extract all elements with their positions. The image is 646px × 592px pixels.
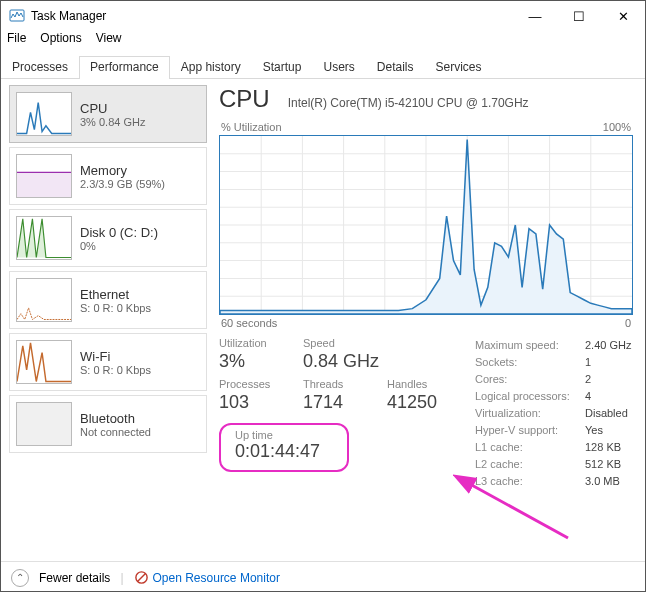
handles-value: 41250 [387,392,449,413]
processes-value: 103 [219,392,281,413]
app-icon [9,8,25,24]
cpu-thumb [16,92,72,136]
maximize-button[interactable]: ☐ [557,2,601,30]
sidebar-item-disk0[interactable]: Disk 0 (C: D:)0% [9,209,207,267]
tab-startup[interactable]: Startup [252,56,313,79]
menu-file[interactable]: File [7,31,26,51]
bluetooth-thumb [16,402,72,446]
sidebar-item-sub: 3% 0.84 GHz [80,116,145,128]
tab-apphistory[interactable]: App history [170,56,252,79]
svg-line-21 [468,483,568,538]
tab-processes[interactable]: Processes [1,56,79,79]
disk-thumb [16,216,72,260]
speed-label: Speed [303,337,379,349]
menubar: File Options View [1,31,645,51]
window-title: Task Manager [31,9,513,23]
sidebar-item-sub: Not connected [80,426,151,438]
tabbar: Processes Performance App history Startu… [1,55,645,79]
chart-top-left-label: % Utilization [221,121,282,133]
sidebar-item-label: Memory [80,163,165,178]
sidebar-item-ethernet[interactable]: EthernetS: 0 R: 0 Kbps [9,271,207,329]
stats-right: Maximum speed:2.40 GHz Sockets:1 Cores:2… [475,337,631,490]
processes-label: Processes [219,378,281,390]
hyperv-label: Hyper-V support: [475,422,585,439]
speed-value: 0.84 GHz [303,351,379,372]
tab-performance[interactable]: Performance [79,56,170,79]
l1-value: 128 KB [585,439,621,456]
l2-label: L2 cache: [475,456,585,473]
wifi-thumb [16,340,72,384]
sidebar-item-sub: 0% [80,240,158,252]
tab-details[interactable]: Details [366,56,425,79]
threads-label: Threads [303,378,365,390]
svg-rect-1 [17,172,71,197]
svg-line-23 [137,574,145,582]
separator: | [120,571,123,585]
uptime-highlight: Up time 0:01:44:47 [219,423,349,472]
lproc-label: Logical processors: [475,388,585,405]
resource-monitor-icon [134,570,149,585]
ethernet-thumb [16,278,72,322]
sidebar-item-sub: S: 0 R: 0 Kbps [80,302,151,314]
menu-options[interactable]: Options [40,31,81,51]
chart-bottom-right-label: 0 [625,317,631,329]
resource-monitor-label: Open Resource Monitor [153,571,280,585]
maxspeed-value: 2.40 GHz [585,337,631,354]
threads-value: 1714 [303,392,365,413]
virt-value: Disabled [585,405,628,422]
minimize-button[interactable]: — [513,2,557,30]
sidebar-item-wifi[interactable]: Wi-FiS: 0 R: 0 Kbps [9,333,207,391]
maxspeed-label: Maximum speed: [475,337,585,354]
sidebar: CPU3% 0.84 GHz Memory2.3/3.9 GB (59%) Di… [1,79,213,561]
l1-label: L1 cache: [475,439,585,456]
uptime-value: 0:01:44:47 [235,441,333,462]
menu-view[interactable]: View [96,31,122,51]
content-area: CPU Intel(R) Core(TM) i5-4210U CPU @ 1.7… [213,79,645,561]
utilization-value: 3% [219,351,281,372]
titlebar: Task Manager — ☐ ✕ [1,1,645,31]
chevron-up-icon[interactable]: ⌃ [11,569,29,587]
sidebar-item-cpu[interactable]: CPU3% 0.84 GHz [9,85,207,143]
svg-rect-2 [17,403,71,445]
sockets-label: Sockets: [475,354,585,371]
handles-label: Handles [387,378,449,390]
l3-value: 3.0 MB [585,473,620,490]
sidebar-item-label: CPU [80,101,145,116]
tab-services[interactable]: Services [425,56,493,79]
sidebar-item-label: Bluetooth [80,411,151,426]
sidebar-item-sub: 2.3/3.9 GB (59%) [80,178,165,190]
close-button[interactable]: ✕ [601,2,645,30]
l2-value: 512 KB [585,456,621,473]
chart-top-right-label: 100% [603,121,631,133]
sidebar-item-label: Disk 0 (C: D:) [80,225,158,240]
uptime-label: Up time [235,429,333,441]
tab-users[interactable]: Users [312,56,365,79]
sidebar-item-label: Wi-Fi [80,349,151,364]
page-title: CPU [219,85,270,113]
chart-bottom-left-label: 60 seconds [221,317,277,329]
sidebar-item-bluetooth[interactable]: BluetoothNot connected [9,395,207,453]
cores-value: 2 [585,371,591,388]
memory-thumb [16,154,72,198]
sidebar-item-sub: S: 0 R: 0 Kbps [80,364,151,376]
virt-label: Virtualization: [475,405,585,422]
sidebar-item-memory[interactable]: Memory2.3/3.9 GB (59%) [9,147,207,205]
sockets-value: 1 [585,354,591,371]
cores-label: Cores: [475,371,585,388]
cpu-model: Intel(R) Core(TM) i5-4210U CPU @ 1.70GHz [288,96,529,110]
open-resource-monitor-link[interactable]: Open Resource Monitor [134,570,280,585]
utilization-label: Utilization [219,337,281,349]
hyperv-value: Yes [585,422,603,439]
sidebar-item-label: Ethernet [80,287,151,302]
l3-label: L3 cache: [475,473,585,490]
lproc-value: 4 [585,388,591,405]
bottombar: ⌃ Fewer details | Open Resource Monitor [1,561,645,592]
fewer-details-button[interactable]: Fewer details [39,571,110,585]
utilization-chart [219,135,633,315]
